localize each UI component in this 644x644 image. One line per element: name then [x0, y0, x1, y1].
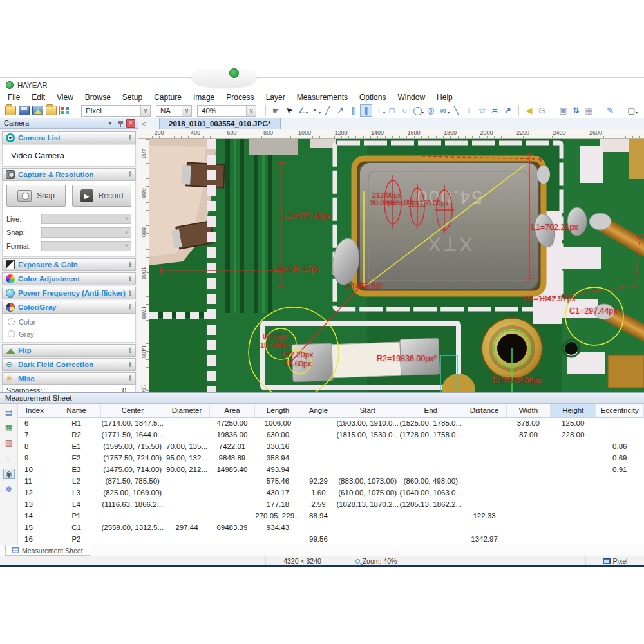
table-cell[interactable]: (1475.00, 714.00): [101, 464, 164, 475]
gray-radio[interactable]: [8, 330, 15, 337]
column-header-start[interactable]: Start: [336, 404, 399, 417]
concentric-circles-tool-icon[interactable]: ◎: [424, 104, 437, 117]
table-cell[interactable]: [301, 429, 336, 440]
table-cell[interactable]: 99.56: [301, 533, 336, 545]
table-cell[interactable]: 0.69: [596, 452, 644, 464]
table-cell[interactable]: [336, 510, 399, 522]
table-cell[interactable]: [506, 510, 550, 522]
table-cell[interactable]: 15: [18, 522, 52, 533]
table-cell[interactable]: 934.43: [255, 522, 301, 533]
table-row[interactable]: 13L4(1116.63, 1866.2...177.182.59(1028.1…: [18, 498, 644, 510]
table-cell[interactable]: [462, 440, 506, 452]
objective-select[interactable]: NA ∨: [156, 105, 192, 117]
table-cell[interactable]: [551, 487, 596, 498]
chevron-down-icon[interactable]: ∨: [140, 106, 150, 116]
table-cell[interactable]: [336, 452, 399, 464]
table-cell[interactable]: [399, 533, 462, 545]
table-cell[interactable]: 14985.40: [209, 464, 254, 475]
table-cell[interactable]: 12: [18, 487, 52, 498]
table-row[interactable]: 6R1(1714.00, 1847.5...47250.001006.00(19…: [18, 417, 644, 429]
table-cell[interactable]: [551, 522, 596, 533]
column-header-height[interactable]: Height: [551, 404, 596, 417]
table-cell[interactable]: [399, 464, 462, 475]
table-row[interactable]: 10E3(1475.00, 714.00)90.00, 212...14985.…: [18, 464, 644, 475]
table-row[interactable]: 16P299.561342.97: [18, 533, 644, 545]
table-cell[interactable]: 7: [18, 429, 52, 440]
table-cell[interactable]: [399, 452, 462, 464]
table-cell[interactable]: [596, 417, 644, 429]
table-cell[interactable]: [399, 510, 462, 522]
table-cell[interactable]: 122.33: [462, 510, 506, 522]
table-cell[interactable]: [164, 510, 209, 522]
record-button[interactable]: ▶ Record: [72, 185, 131, 207]
table-cell[interactable]: (871.50, 785.50): [101, 475, 164, 487]
table-cell[interactable]: [164, 533, 209, 545]
table-cell[interactable]: [506, 533, 550, 545]
table-cell[interactable]: 13: [18, 498, 52, 510]
camera-list-item[interactable]: Video Camera: [3, 144, 135, 166]
section-power-frequency[interactable]: Power Frequency (Anti-flicker) ∨ ∨: [2, 287, 136, 299]
table-cell[interactable]: (1028.13, 1870.2...: [336, 498, 399, 510]
new-frame-tool-icon[interactable]: ▢▾: [625, 104, 638, 117]
table-cell[interactable]: E2: [52, 452, 100, 464]
table-cell[interactable]: [164, 429, 209, 440]
target-overlay-icon[interactable]: ◉: [3, 469, 15, 479]
menu-item-browse[interactable]: Browse: [85, 93, 111, 102]
color-radio-row[interactable]: Color: [3, 316, 135, 328]
table-cell[interactable]: [209, 510, 254, 522]
menu-item-image[interactable]: Image: [193, 93, 214, 102]
column-header-angle[interactable]: Angle: [301, 404, 336, 417]
table-cell[interactable]: 0.91: [596, 464, 644, 475]
menu-item-window[interactable]: Window: [397, 93, 425, 102]
document-tab[interactable]: 2018_0101_003554_010.JPG*: [159, 118, 281, 129]
grayscale-tool-icon[interactable]: G: [536, 104, 548, 117]
table-cell[interactable]: 14: [18, 510, 52, 522]
column-header-name[interactable]: Name: [52, 404, 100, 417]
chevron-down-icon[interactable]: ∨: [246, 106, 256, 116]
table-cell[interactable]: [551, 510, 596, 522]
circle-overlay-icon[interactable]: ◌: [3, 453, 15, 464]
chevron-down-icon[interactable]: ∨ ∨: [128, 276, 132, 282]
table-cell[interactable]: (1757.50, 724.00): [101, 452, 164, 464]
live-resolution-select[interactable]: ∨: [41, 214, 131, 224]
export-sheet-icon[interactable]: ▤: [3, 407, 15, 417]
panel-pin-icon[interactable]: [116, 119, 125, 128]
table-cell[interactable]: [462, 498, 506, 510]
table-cell[interactable]: L4: [52, 498, 100, 510]
batch-capture-icon[interactable]: [59, 106, 70, 115]
section-color-gray[interactable]: Color/Gray ∧ ∧: [2, 301, 136, 314]
table-cell[interactable]: 95.00, 132...: [164, 452, 209, 464]
chevron-up-icon[interactable]: ∧ ∧: [128, 172, 132, 178]
table-cell[interactable]: [596, 487, 644, 498]
table-row[interactable]: 8E1(1595.00, 715.50)70.00, 135...7422.01…: [18, 440, 644, 452]
table-cell[interactable]: [506, 452, 550, 464]
snap-button[interactable]: Snap: [6, 185, 66, 207]
table-cell[interactable]: 378.00: [506, 417, 550, 429]
table-cell[interactable]: E3: [52, 464, 100, 475]
table-cell[interactable]: P2: [52, 533, 100, 545]
column-header-center[interactable]: Center: [101, 404, 164, 417]
grid-overlay-tool-icon[interactable]: ▦: [583, 104, 595, 117]
table-cell[interactable]: [101, 510, 164, 522]
table-cell[interactable]: 1342.97: [462, 533, 506, 545]
table-cell[interactable]: (1040.00, 1063.0...: [399, 487, 462, 498]
table-cell[interactable]: (2559.00, 1312.5...: [101, 522, 164, 533]
menu-item-options[interactable]: Options: [359, 93, 386, 102]
browse-folder-icon[interactable]: [46, 106, 57, 115]
menu-item-view[interactable]: View: [57, 93, 73, 102]
table-cell[interactable]: [596, 510, 644, 522]
table-cell[interactable]: [301, 452, 336, 464]
table-cell[interactable]: P1: [52, 510, 100, 522]
table-cell[interactable]: (1525.00, 1785.0...: [399, 417, 462, 429]
layers-tool-icon[interactable]: ▣: [557, 104, 569, 117]
table-cell[interactable]: L2: [52, 475, 100, 487]
open-file-icon[interactable]: [5, 106, 16, 115]
section-color-adjustment[interactable]: Color Adjustment ∨ ∨: [2, 272, 136, 285]
table-cell[interactable]: [596, 522, 644, 533]
section-exposure-gain[interactable]: Exposure & Gain ∨ ∨: [2, 258, 136, 271]
angle-measure-tool-icon[interactable]: ∠▾: [296, 104, 308, 117]
table-cell[interactable]: 87.00: [506, 429, 550, 440]
column-header-area[interactable]: Area: [209, 404, 254, 417]
settings-flower-icon[interactable]: ❁: [3, 484, 15, 495]
chevron-up-icon[interactable]: ∧ ∧: [128, 135, 132, 141]
